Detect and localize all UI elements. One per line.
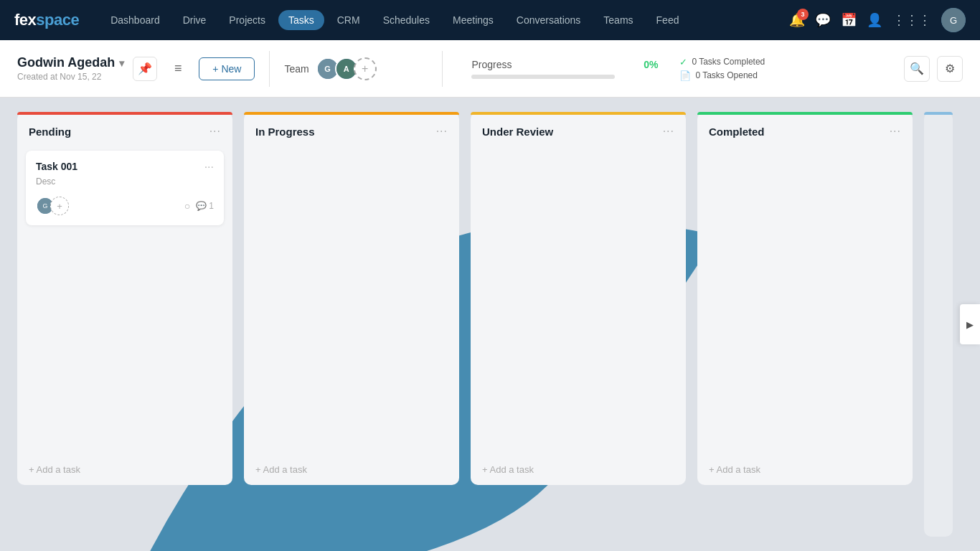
nav-teams[interactable]: Teams (593, 10, 643, 30)
tasks-stats: ✓ 0 Tasks Completed 📄 0 Tasks Opened (679, 57, 904, 81)
nav-links: Dashboard Drive Projects Tasks CRM Sched… (100, 10, 789, 30)
toolbar-right: 🔍 ⚙ (904, 56, 963, 82)
completed-header: Completed ··· (697, 115, 913, 145)
tasks-opened-stat: 📄 0 Tasks Opened (679, 70, 904, 81)
nav-crm[interactable]: CRM (327, 10, 370, 30)
underreview-add-task[interactable]: + Add a task (473, 457, 683, 482)
project-info: Godwin Agedah ▾ Created at Nov 15, 22 (17, 55, 124, 82)
contacts-button[interactable]: 👤 (867, 12, 882, 28)
document-icon: 📄 (679, 70, 691, 81)
underreview-title: Under Review (482, 126, 553, 138)
progress-bar (471, 75, 615, 79)
chat-button[interactable]: 💬 (815, 12, 831, 28)
completed-add-task[interactable]: + Add a task (700, 457, 910, 482)
progress-pct: 0% (644, 59, 658, 70)
completed-menu[interactable]: ··· (890, 125, 901, 138)
column-pending: Pending ··· Task 001 ··· Desc G (17, 112, 232, 485)
check-circle-icon: ✓ (679, 57, 687, 67)
underreview-menu[interactable]: ··· (663, 125, 674, 138)
search-button[interactable]: 🔍 (904, 56, 930, 82)
team-section: Team G A + (284, 57, 428, 80)
progress-section: Progress 0% (471, 59, 658, 79)
task-footer: G + ○ 💬 1 (36, 197, 214, 215)
board-scroll[interactable]: Pending ··· Task 001 ··· Desc G (0, 98, 980, 551)
pending-add-task[interactable]: + Add a task (20, 457, 230, 482)
logo[interactable]: fexspace (14, 11, 79, 29)
tasks-completed-label: 0 Tasks Completed (692, 57, 765, 67)
toolbar: Godwin Agedah ▾ Created at Nov 15, 22 📌 … (0, 40, 980, 98)
apps-button[interactable]: ⋮⋮⋮ (892, 12, 931, 28)
task-options-menu[interactable]: ··· (204, 161, 214, 174)
task-name: Task 001 (36, 161, 77, 172)
inprogress-header: In Progress ··· (244, 115, 459, 145)
nav-meetings[interactable]: Meetings (443, 10, 504, 30)
progress-label: Progress (471, 59, 512, 70)
nav-dashboard[interactable]: Dashboard (100, 10, 170, 30)
project-date: Created at Nov 15, 22 (17, 72, 124, 82)
notification-button[interactable]: 🔔 3 (789, 12, 805, 28)
column-partial (924, 112, 953, 537)
task-add-assignee[interactable]: + (50, 197, 69, 215)
completed-body (697, 145, 913, 454)
task-comment-count: 💬 1 (196, 201, 214, 211)
column-completed: Completed ··· + Add a task (697, 112, 913, 485)
column-underreview: Under Review ··· + Add a task (471, 112, 686, 485)
inprogress-body (244, 145, 459, 454)
nav-icons: 🔔 3 💬 📅 👤 ⋮⋮⋮ G (789, 8, 966, 32)
nav-schedules[interactable]: Schedules (373, 10, 440, 30)
new-button[interactable]: + New (199, 57, 255, 80)
project-chevron-icon[interactable]: ▾ (119, 57, 124, 69)
menu-button[interactable]: ≡ (166, 57, 190, 81)
board-wrapper: Pending ··· Task 001 ··· Desc G (0, 98, 980, 551)
task-card-header: Task 001 ··· (36, 161, 214, 174)
completed-title: Completed (709, 126, 765, 138)
nav-feed[interactable]: Feed (646, 10, 689, 30)
calendar-button[interactable]: 📅 (841, 12, 857, 28)
pending-menu[interactable]: ··· (209, 125, 221, 138)
task-desc: Desc (36, 176, 214, 187)
task-check-icon: ○ (184, 200, 190, 212)
team-avatar-add[interactable]: + (354, 57, 377, 80)
project-name: Godwin Agedah ▾ (17, 55, 124, 70)
settings-button[interactable]: ⚙ (937, 56, 963, 82)
nav-conversations[interactable]: Conversations (507, 10, 591, 30)
task-card-001: Task 001 ··· Desc G + ○ (26, 151, 224, 225)
inprogress-add-task[interactable]: + Add a task (247, 457, 456, 482)
pending-body: Task 001 ··· Desc G + ○ (17, 145, 232, 454)
partial-top-bar (924, 112, 953, 115)
pin-button[interactable]: 📌 (133, 57, 157, 81)
inprogress-title: In Progress (255, 126, 315, 138)
toolbar-left: Godwin Agedah ▾ Created at Nov 15, 22 📌 … (17, 55, 255, 82)
pending-header: Pending ··· (17, 115, 232, 145)
toolbar-divider (269, 51, 270, 87)
comment-count: 1 (209, 201, 214, 211)
underreview-header: Under Review ··· (471, 115, 686, 145)
navbar: fexspace Dashboard Drive Projects Tasks … (0, 0, 980, 40)
task-assignees: G + (36, 197, 69, 215)
scroll-right-arrow[interactable]: ▶ (960, 304, 980, 344)
underreview-body (471, 145, 686, 454)
team-label: Team (284, 63, 308, 75)
nav-tasks[interactable]: Tasks (278, 10, 324, 30)
team-avatars: G A + (316, 57, 377, 80)
nav-drive[interactable]: Drive (173, 10, 217, 30)
inprogress-menu[interactable]: ··· (436, 125, 448, 138)
toolbar-divider-2 (442, 51, 443, 87)
nav-projects[interactable]: Projects (219, 10, 275, 30)
pending-title: Pending (29, 126, 71, 138)
task-meta: ○ 💬 1 (184, 200, 214, 212)
user-avatar[interactable]: G (941, 8, 966, 32)
tasks-opened-label: 0 Tasks Opened (695, 70, 758, 80)
tasks-completed-stat: ✓ 0 Tasks Completed (679, 57, 904, 67)
column-inprogress: In Progress ··· + Add a task (244, 112, 459, 485)
notification-badge: 3 (797, 9, 809, 20)
comment-bubble-icon: 💬 (196, 201, 207, 211)
